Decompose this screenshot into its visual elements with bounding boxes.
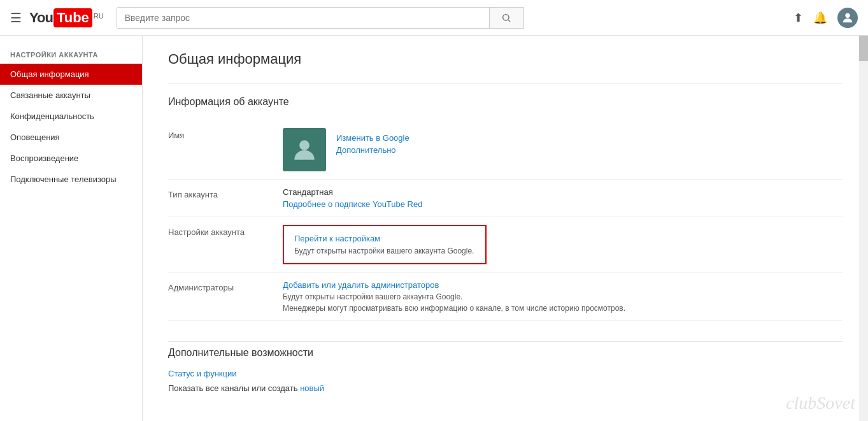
sidebar-item-linked[interactable]: Связанные аккаунты (0, 85, 142, 106)
search-button[interactable] (489, 8, 523, 28)
logo-you: You (29, 10, 53, 26)
sidebar-item-tvs[interactable]: Подключенные телевизоры (0, 169, 142, 190)
bell-icon[interactable]: 🔔 (813, 11, 827, 25)
scrollbar[interactable] (859, 36, 868, 421)
name-value: Изменить в Google Дополнительно (283, 128, 843, 171)
extra-section: Дополнительные возможности Статус и функ… (168, 341, 843, 393)
name-label: Имя (168, 128, 283, 140)
sidebar-section-title: НАСТРОЙКИ АККАУНТА (0, 46, 142, 64)
search-icon (501, 13, 511, 23)
extra-links: Статус и функции Показать все каналы или… (168, 369, 843, 393)
search-input[interactable] (117, 8, 489, 28)
section-account-info-title: Информация об аккаунте (168, 96, 843, 108)
settings-value: Перейти к настройкам Будут открыты настр… (283, 225, 843, 264)
youtube-red-link[interactable]: Подробнее о подписке YouTube Red (283, 199, 422, 209)
search-bar (117, 7, 524, 29)
header-right: ⬆ 🔔 (793, 8, 858, 28)
avatar[interactable] (837, 8, 858, 28)
sidebar-item-playback[interactable]: Воспроизведение (0, 148, 142, 169)
admin-desc2: Менеджеры могут просматривать всю информ… (283, 304, 843, 313)
logo-tube: Tube (53, 8, 92, 27)
create-new-channel-link[interactable]: новый (300, 383, 324, 393)
status-functions-link[interactable]: Статус и функции (168, 369, 843, 378)
svg-point-3 (299, 140, 309, 150)
section-divider-1 (168, 83, 843, 83)
sidebar-item-notifications[interactable]: Оповещения (0, 127, 142, 148)
svg-point-2 (845, 13, 850, 17)
account-type-value: Стандартная Подробнее о подписке YouTube… (283, 187, 843, 209)
show-channels-text: Показать все каналы или создать новый (168, 383, 843, 393)
info-row-admin: Администраторы Добавить или удалить адми… (168, 273, 843, 321)
settings-label: Настройки аккаунта (168, 225, 283, 237)
svg-line-1 (508, 20, 510, 22)
admin-desc1: Будут открыты настройки вашего аккаунта … (283, 292, 843, 301)
sidebar-item-privacy[interactable]: Конфиденциальность (0, 106, 142, 127)
upload-icon[interactable]: ⬆ (793, 11, 803, 25)
logo[interactable]: YouTubeRU (29, 8, 104, 27)
settings-desc: Будут открыты настройки вашего аккаунта … (294, 246, 474, 255)
admin-label: Администраторы (168, 280, 283, 292)
admin-section: Добавить или удалить администраторов Буд… (283, 280, 843, 313)
profile-avatar (283, 128, 326, 171)
add-remove-admin-link[interactable]: Добавить или удалить администраторов (283, 280, 843, 290)
info-row-name: Имя Изменить в Google Дополнительно (168, 120, 843, 180)
go-to-settings-link[interactable]: Перейти к настройкам (294, 234, 475, 243)
settings-box: Перейти к настройкам Будут открыты настр… (283, 225, 487, 264)
avatar-icon (841, 11, 855, 25)
name-links: Изменить в Google Дополнительно (336, 128, 409, 155)
info-row-account-type: Тип аккаунта Стандартная Подробнее о под… (168, 180, 843, 217)
main-content: Общая информация Информация об аккаунте … (143, 36, 868, 421)
additional-link[interactable]: Дополнительно (336, 145, 409, 155)
info-row-settings: Настройки аккаунта Перейти к настройкам … (168, 217, 843, 273)
sidebar-item-general[interactable]: Общая информация (0, 64, 142, 85)
page-title: Общая информация (168, 51, 843, 68)
account-type-text: Стандартная (283, 187, 843, 197)
edit-in-google-link[interactable]: Изменить в Google (336, 133, 409, 143)
show-channels-prefix: Показать все каналы или создать (168, 383, 300, 393)
scrollbar-thumb[interactable] (859, 36, 868, 61)
account-type-label: Тип аккаунта (168, 187, 283, 199)
logo-ru: RU (94, 12, 104, 20)
profile-avatar-icon (291, 136, 318, 163)
header: ☰ YouTubeRU ⬆ 🔔 (0, 0, 868, 36)
extra-section-title: Дополнительные возможности (168, 341, 843, 359)
main-layout: НАСТРОЙКИ АККАУНТА Общая информация Связ… (0, 36, 868, 421)
svg-point-0 (503, 14, 509, 20)
menu-icon[interactable]: ☰ (10, 10, 22, 25)
admin-value: Добавить или удалить администраторов Буд… (283, 280, 843, 313)
sidebar: НАСТРОЙКИ АККАУНТА Общая информация Связ… (0, 36, 143, 421)
